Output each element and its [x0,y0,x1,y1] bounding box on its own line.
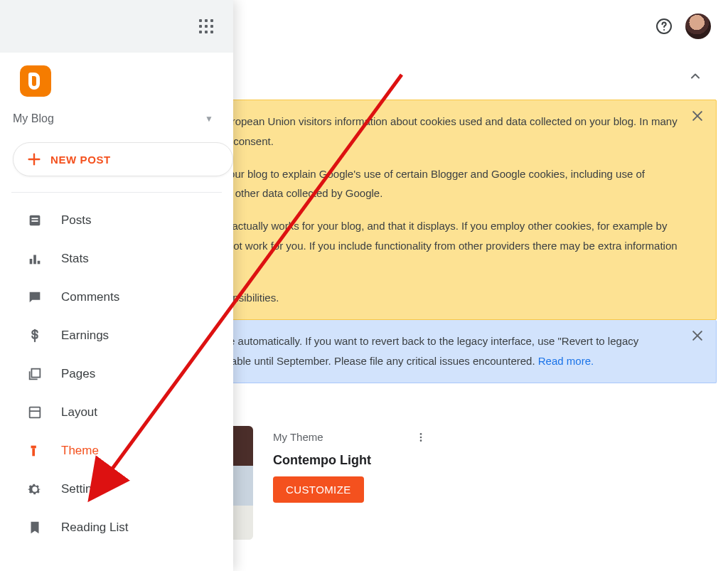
svg-point-1 [663,29,665,31]
stats-icon [27,251,43,267]
theme-section-label: My Theme [273,431,323,443]
divider [11,192,222,193]
dollar-icon [27,328,43,343]
layout-icon [27,405,43,420]
posts-icon [27,213,43,228]
sidebar-item-label: Comments [61,290,119,304]
blogger-logo-icon[interactable] [20,65,51,97]
gear-icon [27,481,43,497]
collapse-icon[interactable] [688,69,702,83]
sidebar-item-label: Stats [61,252,89,266]
sidebar-item-label: Settings [61,482,105,496]
sidebar-nav: Posts Stats Comments Earnings Pages [0,198,233,547]
sidebar-item-posts[interactable]: Posts [0,201,233,240]
sidebar-item-theme[interactable]: Theme [0,432,233,470]
avatar[interactable] [685,14,711,39]
theme-name: Contempo Light [273,453,429,468]
plus-icon [26,151,42,167]
svg-rect-18 [30,407,41,418]
apps-grid-icon[interactable] [199,19,213,33]
bookmark-icon [27,520,43,535]
sidebar-item-label: Theme [61,444,99,458]
read-more-link[interactable]: Read more. [538,355,594,367]
sidebar: My Blog ▼ NEW POST Posts Stats [0,0,233,571]
sidebar-item-label: Pages [61,367,95,381]
sidebar-item-reading-list[interactable]: Reading List [0,508,233,547]
sidebar-item-settings[interactable]: Settings [0,470,233,508]
comments-icon [27,289,43,305]
svg-rect-14 [30,259,33,264]
sidebar-item-label: Reading List [61,521,129,535]
new-post-button[interactable]: NEW POST [13,142,233,176]
sidebar-item-label: Earnings [61,329,109,343]
sidebar-item-comments[interactable]: Comments [0,278,233,316]
help-icon[interactable] [655,18,673,35]
svg-rect-12 [31,218,38,219]
theme-icon [27,443,43,459]
svg-point-8 [420,439,422,442]
svg-rect-15 [33,255,36,265]
sidebar-item-label: Posts [61,213,92,228]
close-icon[interactable] [690,329,705,343]
svg-point-6 [420,433,422,435]
svg-rect-13 [31,220,38,222]
new-post-label: NEW POST [50,154,111,166]
sidebar-item-label: Layout [61,405,97,420]
blog-name: My Blog [13,112,54,125]
sidebar-item-layout[interactable]: Layout [0,393,233,432]
kebab-menu-icon[interactable] [412,429,429,446]
pages-icon [27,366,43,382]
sidebar-item-pages[interactable]: Pages [0,355,233,393]
svg-rect-17 [31,369,40,378]
caret-down-icon: ▼ [205,114,213,124]
sidebar-item-stats[interactable]: Stats [0,240,233,278]
svg-point-7 [420,436,422,438]
customize-button[interactable]: CUSTOMIZE [273,476,364,503]
blog-selector[interactable]: My Blog ▼ [0,102,233,131]
svg-rect-16 [38,261,41,265]
close-icon[interactable] [690,109,705,123]
sidebar-item-earnings[interactable]: Earnings [0,316,233,355]
